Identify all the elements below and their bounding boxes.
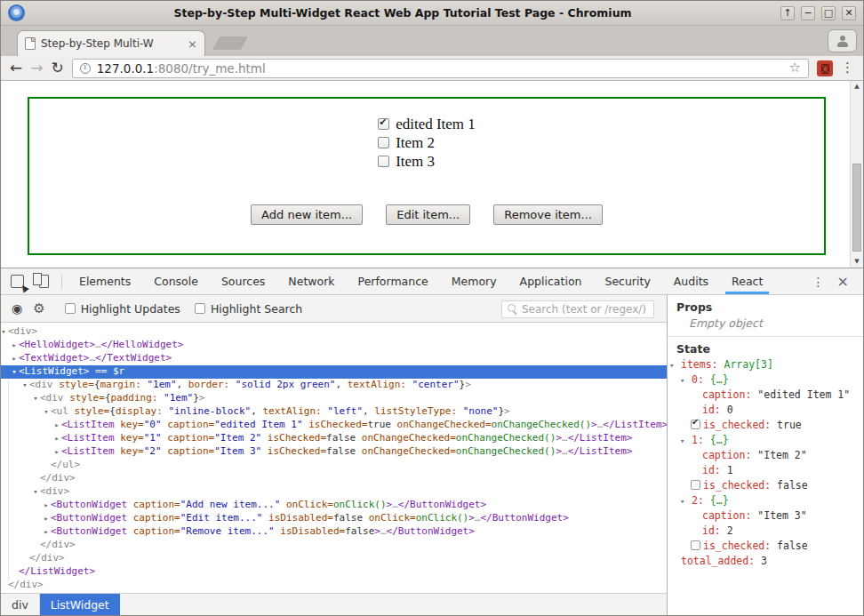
expand-arrow-icon[interactable]: ▾ <box>10 367 19 376</box>
expand-arrow-icon[interactable]: ▸ <box>52 420 61 429</box>
expand-arrow-icon[interactable]: ▾ <box>1 327 8 336</box>
tree-row[interactable]: </ListWidget> <box>1 565 667 579</box>
breadcrumb-item-listwidget[interactable]: ListWidget <box>40 594 120 615</box>
extension-icon[interactable] <box>817 60 833 76</box>
tree-row[interactable]: ▾<ul style={display: "inline-block", tex… <box>1 405 667 419</box>
item-checkbox[interactable] <box>378 137 389 148</box>
maximize-button[interactable]: □ <box>821 6 836 20</box>
expand-arrow-icon[interactable]: ▾ <box>680 497 692 506</box>
inspect-element-icon[interactable] <box>11 275 24 288</box>
expand-arrow-icon[interactable]: ▸ <box>42 514 51 523</box>
minimize-button[interactable]: − <box>801 6 815 20</box>
tree-token: <TextWidget> <box>19 352 89 364</box>
expand-arrow-icon[interactable]: ▸ <box>10 340 19 349</box>
item-label: Item 2 <box>396 133 435 152</box>
expand-arrow-icon[interactable]: ▸ <box>52 434 61 443</box>
devtools-tab-memory[interactable]: Memory <box>440 269 508 294</box>
highlight-option: Highlight Search <box>195 302 302 316</box>
browser-menu-icon[interactable]: ⋮ <box>841 61 854 75</box>
expand-arrow-icon[interactable]: ▾ <box>680 376 692 385</box>
devtools-tab-react[interactable]: React <box>720 269 774 294</box>
expand-arrow-icon[interactable]: ▸ <box>52 447 61 456</box>
tree-row[interactable]: ▸<ListItem key="1" caption="Item 2" isCh… <box>1 432 667 445</box>
new-tab-button[interactable] <box>212 36 248 50</box>
shade-button[interactable]: ↑ <box>780 6 795 20</box>
devtools-menu-icon[interactable]: ⋮ <box>812 275 825 289</box>
breadcrumb-item-div[interactable]: div <box>1 594 40 615</box>
expand-arrow-icon[interactable]: ▸ <box>10 354 19 363</box>
state-token: "Item 3" <box>751 509 806 522</box>
devtools-close-icon[interactable]: × <box>837 273 849 290</box>
tree-row[interactable]: </div> <box>1 539 667 552</box>
tree-row[interactable]: ▾<div style={padding: "1em"}> <box>1 392 667 405</box>
item-checkbox[interactable] <box>378 118 389 130</box>
page-button[interactable]: Edit item... <box>386 204 470 225</box>
item-checkbox[interactable] <box>378 156 389 167</box>
tree-token: isChecked= <box>308 419 367 430</box>
devtools-tab-performance[interactable]: Performance <box>347 269 440 294</box>
tree-row[interactable]: ▸<HelloWidget>…</HelloWidget> <box>1 339 667 352</box>
state-checkbox[interactable] <box>691 420 700 429</box>
expand-arrow-icon[interactable]: ▾ <box>31 487 40 496</box>
tree-row[interactable]: ▸<ListItem key="0" caption="edited Item … <box>1 419 667 432</box>
tree-row[interactable]: ▾<div> <box>1 325 667 339</box>
page-button[interactable]: Add new item... <box>251 204 363 225</box>
state-row: is_checked: true <box>691 419 863 434</box>
scroll-down-icon[interactable]: ▼ <box>851 256 863 268</box>
forward-icon[interactable]: → <box>30 60 43 76</box>
tree-row[interactable]: </div> <box>1 552 667 565</box>
expand-arrow-icon[interactable]: ▾ <box>42 407 51 416</box>
search-input[interactable] <box>501 300 654 318</box>
expand-arrow-icon[interactable]: ▸ <box>42 500 51 509</box>
tree-row[interactable]: ▸<ButtonWidget caption="Add new item..."… <box>1 499 667 512</box>
browser-tab[interactable]: Step-by-Step Multi-W × <box>17 30 205 56</box>
back-icon[interactable]: ← <box>10 60 22 76</box>
tree-row[interactable]: ▾<div> <box>1 485 667 499</box>
state-row: id: 1 <box>691 464 863 479</box>
expand-arrow-icon[interactable]: ▸ <box>42 527 51 536</box>
state-checkbox[interactable] <box>691 540 700 550</box>
devtools-tab-network[interactable]: Network <box>276 269 346 294</box>
devtools-tab-security[interactable]: Security <box>593 269 661 294</box>
tree-row[interactable]: </div> <box>1 579 667 592</box>
site-info-icon[interactable] <box>80 63 91 74</box>
tree-row[interactable]: ▾<ListWidget> == $r <box>1 365 667 379</box>
devtools-tab-console[interactable]: Console <box>142 269 210 294</box>
tree-row[interactable]: ▸<TextWidget>…</TextWidget> <box>1 352 667 365</box>
page-scrollbar[interactable]: ▲ ▼ <box>850 81 863 268</box>
tree-token: caption= <box>167 445 214 457</box>
tree-row[interactable]: </ul> <box>1 459 667 472</box>
tree-row[interactable]: ▾<div style={margin: "1em", border: "sol… <box>1 379 667 392</box>
scrollbar-thumb[interactable] <box>852 164 861 252</box>
tree-row[interactable]: ▸<ButtonWidget caption="Edit item..." is… <box>1 512 667 525</box>
devtools-tab-application[interactable]: Application <box>508 269 594 294</box>
tree-token: "Item 3" <box>214 445 261 457</box>
tree-row[interactable]: ▸<ListItem key="2" caption="Item 3" isCh… <box>1 445 667 459</box>
bookmark-star-icon[interactable]: ☆ <box>789 61 801 75</box>
toolbar-checkbox[interactable] <box>65 303 76 314</box>
expand-arrow-icon[interactable]: ▾ <box>680 436 692 445</box>
tree-token: </ul> <box>51 459 80 470</box>
state-checkbox[interactable] <box>691 480 700 490</box>
expand-arrow-icon[interactable]: ▾ <box>31 394 40 403</box>
close-button[interactable]: ✕ <box>842 6 856 20</box>
tree-token: "left" <box>327 405 363 417</box>
page-button[interactable]: Remove item... <box>493 204 603 225</box>
profile-button[interactable] <box>828 29 857 52</box>
device-toolbar-icon[interactable] <box>39 275 49 288</box>
address-bar[interactable]: 127.0.0.1:8080/try_me.html ☆ <box>72 59 809 78</box>
expand-arrow-icon[interactable]: ▾ <box>20 380 29 389</box>
scroll-up-icon[interactable]: ▲ <box>851 81 863 92</box>
tree-row[interactable]: ▸<ButtonWidget caption="Remove item..." … <box>1 525 667 539</box>
devtools-tab-audits[interactable]: Audits <box>662 269 720 294</box>
select-component-icon[interactable]: ◉ <box>12 302 22 315</box>
devtools-tab-sources[interactable]: Sources <box>210 269 276 294</box>
toolbar-checkbox[interactable] <box>195 303 205 314</box>
expand-arrow-icon[interactable]: ▾ <box>669 361 681 370</box>
tab-close-icon[interactable]: × <box>188 38 197 50</box>
tree-row[interactable]: </div> <box>1 472 667 485</box>
url-text[interactable]: 127.0.0.1:8080/try_me.html <box>97 61 783 76</box>
reload-icon[interactable]: ↻ <box>52 60 64 76</box>
settings-gear-icon[interactable]: ⚙ <box>33 302 44 316</box>
devtools-tab-elements[interactable]: Elements <box>68 269 142 294</box>
